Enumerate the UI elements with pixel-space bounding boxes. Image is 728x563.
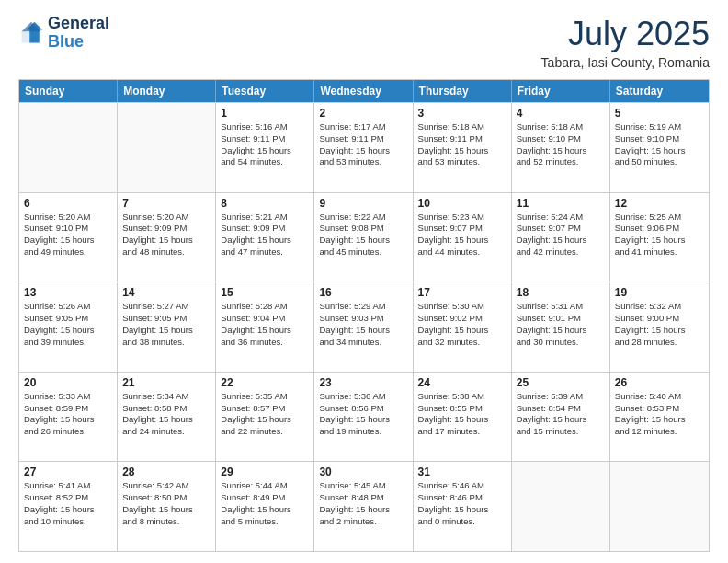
day-number: 14	[122, 286, 210, 299]
day-number: 3	[418, 107, 506, 120]
calendar-row-1: 6Sunrise: 5:20 AMSunset: 9:10 PMDaylight…	[19, 192, 709, 282]
calendar-cell-0-1	[118, 103, 216, 192]
day-number: 30	[319, 465, 407, 478]
cell-info: Sunrise: 5:41 AMSunset: 8:52 PMDaylight:…	[24, 480, 112, 527]
calendar-cell-2-1: 14Sunrise: 5:27 AMSunset: 9:05 PMDayligh…	[118, 282, 216, 372]
calendar-cell-2-6: 19Sunrise: 5:32 AMSunset: 9:00 PMDayligh…	[610, 282, 709, 372]
day-number: 5	[615, 107, 704, 120]
day-number: 23	[319, 376, 407, 389]
calendar-cell-4-1: 28Sunrise: 5:42 AMSunset: 8:50 PMDayligh…	[118, 462, 216, 551]
calendar-cell-1-4: 10Sunrise: 5:23 AMSunset: 9:07 PMDayligh…	[414, 193, 512, 282]
day-number: 12	[615, 197, 704, 210]
month-title: July 2025	[541, 15, 710, 53]
calendar-cell-0-4: 3Sunrise: 5:18 AMSunset: 9:11 PMDaylight…	[414, 103, 512, 192]
calendar-cell-4-5	[512, 462, 610, 551]
day-number: 16	[319, 286, 407, 299]
day-number: 9	[319, 197, 407, 210]
calendar-cell-1-0: 6Sunrise: 5:20 AMSunset: 9:10 PMDaylight…	[19, 193, 118, 282]
calendar-cell-0-5: 4Sunrise: 5:18 AMSunset: 9:10 PMDaylight…	[512, 103, 610, 192]
calendar-cell-3-2: 22Sunrise: 5:35 AMSunset: 8:57 PMDayligh…	[216, 373, 314, 462]
day-number: 29	[221, 465, 309, 478]
cell-info: Sunrise: 5:42 AMSunset: 8:50 PMDaylight:…	[122, 480, 210, 527]
cell-info: Sunrise: 5:19 AMSunset: 9:10 PMDaylight:…	[615, 121, 704, 168]
location: Tabara, Iasi County, Romania	[541, 55, 710, 70]
cell-info: Sunrise: 5:24 AMSunset: 9:07 PMDaylight:…	[517, 212, 605, 259]
day-number: 22	[221, 376, 309, 389]
calendar-row-0: 1Sunrise: 5:16 AMSunset: 9:11 PMDaylight…	[19, 102, 709, 192]
cell-info: Sunrise: 5:27 AMSunset: 9:05 PMDaylight:…	[122, 301, 210, 348]
cell-info: Sunrise: 5:34 AMSunset: 8:58 PMDaylight:…	[122, 391, 210, 438]
cell-info: Sunrise: 5:45 AMSunset: 8:48 PMDaylight:…	[319, 480, 407, 527]
day-number: 17	[418, 286, 506, 299]
header-day-sunday: Sunday	[19, 80, 118, 102]
day-number: 18	[517, 286, 605, 299]
day-number: 21	[122, 376, 210, 389]
day-number: 11	[517, 197, 605, 210]
calendar-cell-4-3: 30Sunrise: 5:45 AMSunset: 8:48 PMDayligh…	[314, 462, 413, 551]
calendar-cell-1-3: 9Sunrise: 5:22 AMSunset: 9:08 PMDaylight…	[314, 193, 413, 282]
cell-info: Sunrise: 5:17 AMSunset: 9:11 PMDaylight:…	[319, 121, 407, 168]
calendar-cell-4-0: 27Sunrise: 5:41 AMSunset: 8:52 PMDayligh…	[19, 462, 118, 551]
logo-icon	[18, 20, 44, 46]
cell-info: Sunrise: 5:16 AMSunset: 9:11 PMDaylight:…	[221, 121, 309, 168]
calendar-cell-4-6	[610, 462, 709, 551]
header-day-tuesday: Tuesday	[216, 80, 314, 102]
calendar-cell-3-1: 21Sunrise: 5:34 AMSunset: 8:58 PMDayligh…	[118, 373, 216, 462]
cell-info: Sunrise: 5:36 AMSunset: 8:56 PMDaylight:…	[319, 391, 407, 438]
title-block: July 2025 Tabara, Iasi County, Romania	[541, 15, 710, 70]
calendar-cell-3-0: 20Sunrise: 5:33 AMSunset: 8:59 PMDayligh…	[19, 373, 118, 462]
calendar-cell-2-3: 16Sunrise: 5:29 AMSunset: 9:03 PMDayligh…	[314, 282, 413, 372]
calendar-cell-0-0	[19, 103, 118, 192]
calendar-cell-0-2: 1Sunrise: 5:16 AMSunset: 9:11 PMDaylight…	[216, 103, 314, 192]
header-day-monday: Monday	[118, 80, 216, 102]
day-number: 7	[122, 197, 210, 210]
header: General Blue July 2025 Tabara, Iasi Coun…	[18, 15, 710, 70]
header-day-wednesday: Wednesday	[314, 80, 413, 102]
header-day-saturday: Saturday	[610, 80, 709, 102]
calendar-cell-3-4: 24Sunrise: 5:38 AMSunset: 8:55 PMDayligh…	[414, 373, 512, 462]
day-number: 4	[517, 107, 605, 120]
page: General Blue July 2025 Tabara, Iasi Coun…	[0, 0, 728, 563]
logo-general-text: General	[48, 14, 109, 32]
calendar-cell-2-4: 17Sunrise: 5:30 AMSunset: 9:02 PMDayligh…	[414, 282, 512, 372]
cell-info: Sunrise: 5:20 AMSunset: 9:09 PMDaylight:…	[122, 212, 210, 259]
calendar-cell-3-3: 23Sunrise: 5:36 AMSunset: 8:56 PMDayligh…	[314, 373, 413, 462]
calendar-body: 1Sunrise: 5:16 AMSunset: 9:11 PMDaylight…	[19, 102, 709, 551]
logo-blue-text: Blue	[48, 32, 84, 51]
calendar-row-2: 13Sunrise: 5:26 AMSunset: 9:05 PMDayligh…	[19, 282, 709, 372]
calendar-cell-1-1: 7Sunrise: 5:20 AMSunset: 9:09 PMDaylight…	[118, 193, 216, 282]
calendar-header: SundayMondayTuesdayWednesdayThursdayFrid…	[19, 80, 709, 102]
calendar-cell-2-2: 15Sunrise: 5:28 AMSunset: 9:04 PMDayligh…	[216, 282, 314, 372]
calendar: SundayMondayTuesdayWednesdayThursdayFrid…	[18, 79, 710, 552]
cell-info: Sunrise: 5:39 AMSunset: 8:54 PMDaylight:…	[517, 391, 605, 438]
cell-info: Sunrise: 5:32 AMSunset: 9:00 PMDaylight:…	[615, 301, 704, 348]
cell-info: Sunrise: 5:33 AMSunset: 8:59 PMDaylight:…	[24, 391, 112, 438]
day-number: 8	[221, 197, 309, 210]
cell-info: Sunrise: 5:30 AMSunset: 9:02 PMDaylight:…	[418, 301, 506, 348]
header-day-thursday: Thursday	[414, 80, 512, 102]
cell-info: Sunrise: 5:46 AMSunset: 8:46 PMDaylight:…	[418, 480, 506, 527]
calendar-cell-1-2: 8Sunrise: 5:21 AMSunset: 9:09 PMDaylight…	[216, 193, 314, 282]
logo: General Blue	[18, 15, 109, 52]
day-number: 31	[418, 465, 506, 478]
cell-info: Sunrise: 5:21 AMSunset: 9:09 PMDaylight:…	[221, 212, 309, 259]
day-number: 24	[418, 376, 506, 389]
cell-info: Sunrise: 5:23 AMSunset: 9:07 PMDaylight:…	[418, 212, 506, 259]
calendar-row-4: 27Sunrise: 5:41 AMSunset: 8:52 PMDayligh…	[19, 461, 709, 551]
calendar-cell-2-5: 18Sunrise: 5:31 AMSunset: 9:01 PMDayligh…	[512, 282, 610, 372]
day-number: 27	[24, 465, 112, 478]
cell-info: Sunrise: 5:38 AMSunset: 8:55 PMDaylight:…	[418, 391, 506, 438]
day-number: 6	[24, 197, 112, 210]
header-day-friday: Friday	[512, 80, 610, 102]
calendar-cell-3-5: 25Sunrise: 5:39 AMSunset: 8:54 PMDayligh…	[512, 373, 610, 462]
calendar-cell-1-6: 12Sunrise: 5:25 AMSunset: 9:06 PMDayligh…	[610, 193, 709, 282]
calendar-cell-4-2: 29Sunrise: 5:44 AMSunset: 8:49 PMDayligh…	[216, 462, 314, 551]
calendar-cell-1-5: 11Sunrise: 5:24 AMSunset: 9:07 PMDayligh…	[512, 193, 610, 282]
cell-info: Sunrise: 5:40 AMSunset: 8:53 PMDaylight:…	[615, 391, 704, 438]
calendar-cell-0-6: 5Sunrise: 5:19 AMSunset: 9:10 PMDaylight…	[610, 103, 709, 192]
calendar-cell-4-4: 31Sunrise: 5:46 AMSunset: 8:46 PMDayligh…	[414, 462, 512, 551]
day-number: 15	[221, 286, 309, 299]
cell-info: Sunrise: 5:20 AMSunset: 9:10 PMDaylight:…	[24, 212, 112, 259]
day-number: 13	[24, 286, 112, 299]
cell-info: Sunrise: 5:25 AMSunset: 9:06 PMDaylight:…	[615, 212, 704, 259]
